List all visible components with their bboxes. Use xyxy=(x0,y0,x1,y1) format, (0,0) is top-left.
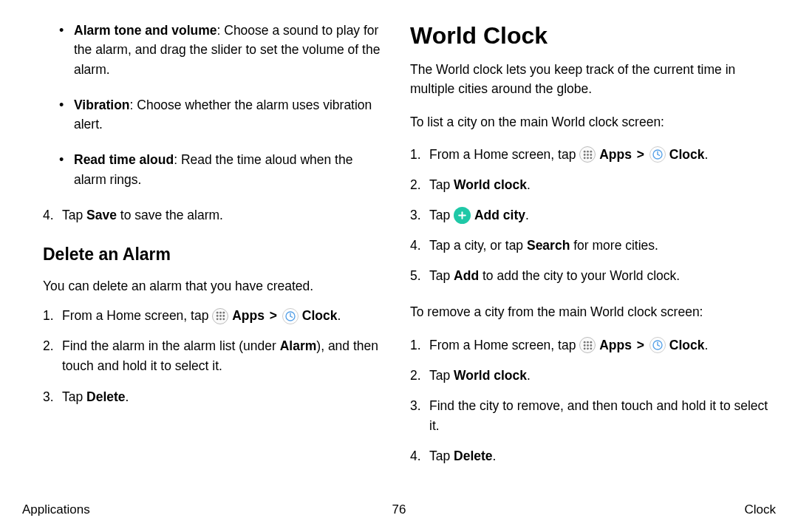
search-label: Search xyxy=(527,238,570,253)
clock-icon xyxy=(282,308,299,324)
alarm-options-list: Alarm tone and volume: Choose a sound to… xyxy=(58,21,388,189)
period: . xyxy=(126,389,129,404)
step-number: 3. xyxy=(410,396,429,436)
apps-label: Apps xyxy=(232,308,265,323)
delete-alarm-heading: Delete an Alarm xyxy=(43,245,388,265)
svg-point-28 xyxy=(590,341,592,343)
period: . xyxy=(493,449,497,463)
add-label: Add xyxy=(454,268,479,283)
step-item: 5. Tap Add to add the city to your World… xyxy=(410,266,776,286)
svg-point-1 xyxy=(219,312,222,314)
save-label: Save xyxy=(86,208,117,222)
option-label: Read time aloud xyxy=(74,152,174,167)
list-item: Read time aloud: Read the time aloud whe… xyxy=(58,150,388,189)
svg-point-15 xyxy=(584,154,586,156)
step-text: to save the alarm. xyxy=(117,208,223,222)
list-item: Vibration: Choose whether the alarm uses… xyxy=(58,95,388,134)
period: . xyxy=(525,208,529,222)
step-text: Find the city to remove, and then touch … xyxy=(429,396,776,436)
step-item: 1. From a Home screen, tap Apps > Clock. xyxy=(410,335,776,355)
add-city-label: Add city xyxy=(474,208,525,222)
step-text: Tap xyxy=(429,177,454,192)
step-number: 4. xyxy=(410,446,429,466)
world-clock-label: World clock xyxy=(454,177,527,192)
add-icon xyxy=(454,207,471,224)
apps-icon xyxy=(579,337,596,353)
step-text: to add the city to your World clock. xyxy=(479,268,680,283)
step-number: 3. xyxy=(410,205,429,225)
svg-point-13 xyxy=(587,150,589,152)
clock-label: Clock xyxy=(669,338,705,352)
step-text: for more cities. xyxy=(570,238,658,253)
chevron-right-icon: > xyxy=(268,308,279,323)
step-text: Tap xyxy=(62,389,86,404)
svg-line-37 xyxy=(658,345,660,346)
step-text: From a Home screen, tap xyxy=(429,338,579,352)
world-clock-intro: The World clock lets you keep track of t… xyxy=(410,60,776,99)
svg-point-17 xyxy=(590,154,592,156)
step-text: Tap xyxy=(429,208,454,222)
svg-point-14 xyxy=(590,150,592,152)
footer-section: Applications xyxy=(22,502,90,517)
step-number: 4. xyxy=(43,205,62,225)
svg-point-33 xyxy=(587,347,589,349)
svg-point-0 xyxy=(216,312,219,314)
svg-point-3 xyxy=(216,315,219,317)
svg-point-2 xyxy=(222,312,225,314)
svg-point-5 xyxy=(222,315,225,317)
delete-intro: You can delete an alarm that you have cr… xyxy=(43,276,388,296)
option-label: Vibration xyxy=(74,98,130,112)
svg-point-12 xyxy=(584,150,586,152)
step-item: 2. Tap World clock. xyxy=(410,366,776,386)
step-text: From a Home screen, tap xyxy=(62,308,212,323)
chevron-right-icon: > xyxy=(635,147,646,162)
step-number: 2. xyxy=(410,175,429,195)
svg-point-19 xyxy=(587,157,589,159)
svg-point-20 xyxy=(590,157,592,159)
period: . xyxy=(527,368,531,383)
period: . xyxy=(527,177,531,192)
clock-icon xyxy=(649,146,666,163)
svg-point-7 xyxy=(219,318,222,320)
manual-page: Alarm tone and volume: Choose a sound to… xyxy=(0,0,798,477)
step-item: 3. Tap Add city. xyxy=(410,205,776,225)
apps-icon xyxy=(212,308,228,324)
period: . xyxy=(704,338,708,352)
step-number: 2. xyxy=(43,336,62,376)
svg-point-4 xyxy=(219,315,222,317)
apps-label: Apps xyxy=(599,338,632,352)
svg-point-27 xyxy=(587,341,589,343)
list-city-lead: To list a city on the main World clock s… xyxy=(410,112,776,132)
right-column: World Clock The World clock lets you kee… xyxy=(410,21,776,477)
svg-point-32 xyxy=(584,347,586,349)
period: . xyxy=(704,147,708,162)
step-number: 2. xyxy=(410,366,429,386)
step-item: 2. Find the alarm in the alarm list (und… xyxy=(22,336,388,376)
step-number: 1. xyxy=(410,335,429,355)
step-text: Tap xyxy=(429,268,454,283)
step-text: Tap xyxy=(62,208,86,222)
step-item: 4. Tap Delete. xyxy=(410,446,776,466)
svg-point-16 xyxy=(587,154,589,156)
svg-line-11 xyxy=(290,316,293,317)
step-number: 3. xyxy=(43,387,62,407)
svg-point-6 xyxy=(216,318,219,320)
step-text: Tap xyxy=(429,368,454,383)
svg-point-18 xyxy=(584,157,586,159)
period: . xyxy=(337,308,341,323)
apps-icon xyxy=(579,146,596,163)
clock-icon xyxy=(649,337,666,353)
step-text: Tap xyxy=(429,449,454,463)
svg-point-30 xyxy=(587,344,589,347)
chevron-right-icon: > xyxy=(635,338,646,352)
svg-point-26 xyxy=(584,341,586,343)
option-label: Alarm tone and volume xyxy=(74,23,217,38)
delete-label: Delete xyxy=(454,449,493,463)
step-item: 1. From a Home screen, tap Apps > Clock. xyxy=(22,306,388,326)
step-item: 2. Tap World clock. xyxy=(410,175,776,195)
step-item: 4. Tap Save to save the alarm. xyxy=(22,205,388,225)
svg-point-29 xyxy=(584,344,586,347)
svg-point-31 xyxy=(590,344,592,347)
clock-label: Clock xyxy=(669,147,705,162)
step-text: From a Home screen, tap xyxy=(429,147,579,162)
